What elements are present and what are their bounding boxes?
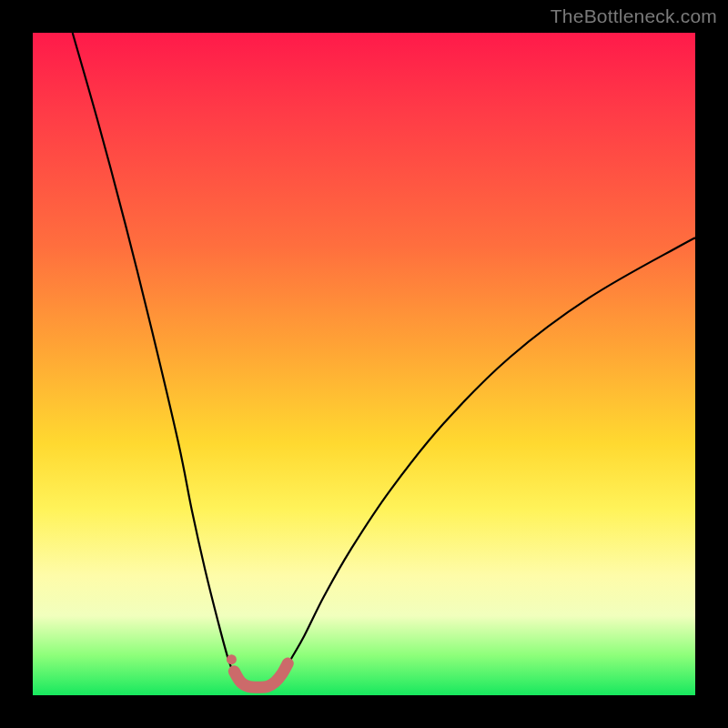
chart-svg — [33, 33, 695, 695]
bottleneck-curve — [73, 33, 695, 688]
highlight-dot — [227, 654, 237, 664]
watermark-text: TheBottleneck.com — [551, 5, 717, 27]
curve-layer — [73, 33, 695, 688]
outer-frame: TheBottleneck.com — [0, 0, 728, 728]
marker-layer — [227, 654, 288, 687]
plot-area — [33, 33, 695, 695]
highlight-segment — [234, 663, 288, 687]
